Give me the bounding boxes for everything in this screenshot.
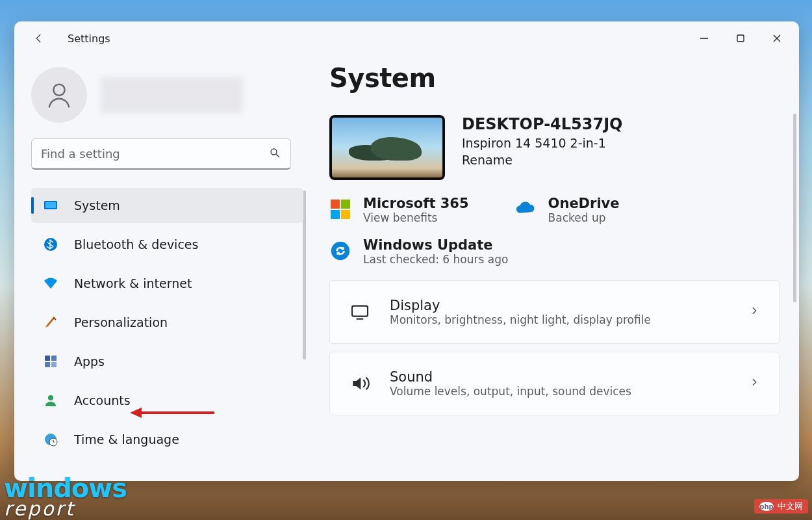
sidebar-item-label: Network & internet xyxy=(74,276,192,291)
svg-line-6 xyxy=(276,154,279,157)
profile-name-redacted xyxy=(100,77,243,113)
page-title: System xyxy=(329,63,780,93)
sidebar-item-system[interactable]: System xyxy=(31,188,303,223)
tile-title: Microsoft 365 xyxy=(363,196,469,211)
content-scrollbar[interactable] xyxy=(793,114,796,302)
settings-window: Settings xyxy=(14,21,799,481)
search-field-wrap xyxy=(31,138,291,170)
tile-title: Windows Update xyxy=(363,237,508,253)
content-pane: System DESKTOP-4L537JQ Inspiron 14 5410 … xyxy=(310,55,799,481)
window-controls xyxy=(686,25,795,51)
card-sub: Volume levels, output, input, sound devi… xyxy=(390,385,730,398)
monitor-icon xyxy=(349,302,370,322)
onedrive-icon xyxy=(514,198,537,220)
sidebar-item-label: Bluetooth & devices xyxy=(74,237,198,252)
sidebar-item-accounts[interactable]: Accounts xyxy=(31,383,303,418)
svg-point-4 xyxy=(53,84,64,96)
svg-rect-10 xyxy=(45,356,50,361)
sidebar-item-label: Accounts xyxy=(74,393,131,408)
sidebar-item-label: System xyxy=(74,198,120,213)
avatar xyxy=(31,67,87,123)
paintbrush-icon xyxy=(43,315,58,330)
card-display[interactable]: Display Monitors, brightness, night ligh… xyxy=(329,280,780,344)
sidebar-item-time[interactable]: Time & language xyxy=(31,422,303,457)
svg-rect-8 xyxy=(45,202,56,208)
svg-rect-1 xyxy=(737,35,744,42)
tile-sub: Backed up xyxy=(548,211,620,224)
svg-point-14 xyxy=(48,395,53,400)
search-input[interactable] xyxy=(31,138,291,170)
tile-microsoft365[interactable]: Microsoft 365 View benefits xyxy=(329,196,469,224)
sidebar-item-label: Time & language xyxy=(74,432,179,447)
bluetooth-icon xyxy=(43,237,58,252)
card-title: Display xyxy=(390,298,730,313)
display-icon xyxy=(43,198,58,213)
card-sound[interactable]: Sound Volume levels, output, input, soun… xyxy=(329,352,780,415)
chevron-right-icon xyxy=(749,377,759,390)
svg-rect-18 xyxy=(352,306,368,317)
tile-sub: View benefits xyxy=(363,211,469,224)
device-model: Inspiron 14 5410 2-in-1 xyxy=(462,136,623,150)
sidebar-item-bluetooth[interactable]: Bluetooth & devices xyxy=(31,227,303,262)
titlebar: Settings xyxy=(14,21,799,55)
svg-rect-12 xyxy=(45,362,50,367)
sidebar-item-network[interactable]: Network & internet xyxy=(31,266,303,301)
sidebar-item-personalization[interactable]: Personalization xyxy=(31,305,303,340)
sidebar: System Bluetooth & devices Network & int… xyxy=(14,55,310,481)
tile-title: OneDrive xyxy=(548,196,620,211)
minimize-button[interactable] xyxy=(686,25,722,51)
apps-icon xyxy=(43,354,58,369)
update-icon xyxy=(329,240,351,262)
chevron-right-icon xyxy=(749,306,759,318)
clock-globe-icon xyxy=(43,432,58,447)
nav-list: System Bluetooth & devices Network & int… xyxy=(31,188,303,457)
person-icon xyxy=(43,393,58,408)
sound-icon xyxy=(349,373,370,394)
microsoft-logo-icon xyxy=(329,198,351,220)
tile-sub: Last checked: 6 hours ago xyxy=(363,253,508,266)
svg-point-17 xyxy=(331,242,349,260)
wifi-icon xyxy=(43,276,58,291)
source-badge: 中文网 xyxy=(754,499,808,514)
svg-rect-13 xyxy=(51,362,57,367)
sidebar-item-apps[interactable]: Apps xyxy=(31,344,303,379)
device-wallpaper-thumb[interactable] xyxy=(329,115,445,180)
card-sub: Monitors, brightness, night light, displ… xyxy=(390,313,730,326)
rename-link[interactable]: Rename xyxy=(462,153,623,167)
tile-onedrive[interactable]: OneDrive Backed up xyxy=(514,196,620,224)
tile-windows-update[interactable]: Windows Update Last checked: 6 hours ago xyxy=(329,237,508,266)
desktop-background: Settings xyxy=(0,0,812,520)
svg-rect-11 xyxy=(51,356,57,361)
search-icon xyxy=(269,147,281,161)
device-name: DESKTOP-4L537JQ xyxy=(462,115,623,133)
window-title: Settings xyxy=(68,32,110,45)
back-button[interactable] xyxy=(27,27,51,50)
card-title: Sound xyxy=(390,369,730,385)
close-button[interactable] xyxy=(759,25,795,51)
sidebar-item-label: Personalization xyxy=(74,315,168,330)
watermark: windows report xyxy=(4,476,127,517)
maximize-button[interactable] xyxy=(722,25,759,51)
device-summary: DESKTOP-4L537JQ Inspiron 14 5410 2-in-1 … xyxy=(329,115,780,180)
profile-block[interactable] xyxy=(31,55,303,138)
svg-point-5 xyxy=(271,149,277,155)
sidebar-item-label: Apps xyxy=(74,354,105,369)
